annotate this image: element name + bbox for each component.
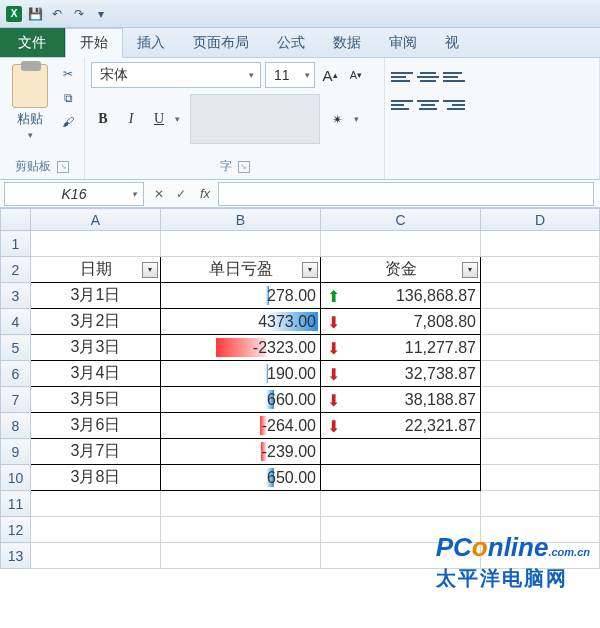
row-header[interactable]: 13 — [1, 543, 31, 569]
cell[interactable] — [321, 543, 481, 569]
align-bottom-button[interactable] — [443, 68, 465, 86]
cell-cap[interactable]: ⬇7,808.80 — [321, 309, 481, 335]
table-header-cap[interactable]: 资金▾ — [321, 257, 481, 283]
align-middle-button[interactable] — [417, 68, 439, 86]
cell-pl[interactable]: 660.00 — [161, 387, 321, 413]
cell[interactable] — [481, 283, 600, 309]
cell-date[interactable]: 3月7日 — [31, 439, 161, 465]
grow-font-button[interactable]: A▴ — [319, 64, 341, 86]
cell-cap[interactable]: ⬇32,738.87 — [321, 361, 481, 387]
cell-cap[interactable] — [321, 465, 481, 491]
cell-date[interactable]: 3月1日 — [31, 283, 161, 309]
col-header-A[interactable]: A — [31, 209, 161, 231]
align-center-button[interactable] — [417, 96, 439, 114]
tab-page-layout[interactable]: 页面布局 — [179, 28, 263, 57]
clear-format-button[interactable]: ✴ — [324, 108, 350, 130]
row-header[interactable]: 5 — [1, 335, 31, 361]
align-right-button[interactable] — [443, 96, 465, 114]
cell-cap[interactable]: ⬇22,321.87 — [321, 413, 481, 439]
cell[interactable] — [481, 387, 600, 413]
save-icon[interactable]: 💾 — [26, 5, 44, 23]
name-box[interactable]: K16▾ — [4, 182, 144, 206]
cell[interactable] — [161, 543, 321, 569]
qat-customize-icon[interactable]: ▾ — [92, 5, 110, 23]
cell-cap[interactable] — [321, 439, 481, 465]
format-painter-icon[interactable]: 🖌 — [58, 112, 78, 132]
cell[interactable] — [481, 361, 600, 387]
tab-data[interactable]: 数据 — [319, 28, 375, 57]
table-header-date[interactable]: 日期▾ — [31, 257, 161, 283]
cell[interactable] — [321, 517, 481, 543]
row-header[interactable]: 4 — [1, 309, 31, 335]
cell-pl[interactable]: 190.00 — [161, 361, 321, 387]
tab-insert[interactable]: 插入 — [123, 28, 179, 57]
cell[interactable] — [481, 257, 600, 283]
cell[interactable] — [31, 543, 161, 569]
cell[interactable] — [321, 491, 481, 517]
chevron-down-icon[interactable]: ▾ — [354, 114, 359, 124]
spreadsheet-grid[interactable]: A B C D 1 2 日期▾ 单日亏盈▾ 资金▾ 3 3月1日 278.00 … — [0, 208, 600, 569]
cell[interactable] — [481, 309, 600, 335]
cell-date[interactable]: 3月8日 — [31, 465, 161, 491]
row-header[interactable]: 2 — [1, 257, 31, 283]
cell-cap[interactable]: ⬆136,868.87 — [321, 283, 481, 309]
tab-file[interactable]: 文件 — [0, 28, 65, 57]
fx-label[interactable]: fx — [192, 186, 218, 201]
cell[interactable] — [321, 231, 481, 257]
align-top-button[interactable] — [391, 68, 413, 86]
filter-button[interactable]: ▾ — [142, 262, 158, 278]
table-header-pl[interactable]: 单日亏盈▾ — [161, 257, 321, 283]
filter-button[interactable]: ▾ — [462, 262, 478, 278]
col-header-C[interactable]: C — [321, 209, 481, 231]
cell-pl[interactable]: 650.00 — [161, 465, 321, 491]
cell-pl[interactable]: 4373.00 — [161, 309, 321, 335]
underline-dropdown-icon[interactable]: ▾ — [175, 114, 180, 124]
row-header[interactable]: 7 — [1, 387, 31, 413]
font-name-combobox[interactable]: 宋体▾ — [91, 62, 261, 88]
cell[interactable] — [31, 491, 161, 517]
cell[interactable] — [481, 517, 600, 543]
bold-button[interactable]: B — [91, 107, 115, 131]
row-header[interactable]: 6 — [1, 361, 31, 387]
formula-input[interactable] — [218, 182, 594, 206]
cell[interactable] — [481, 491, 600, 517]
enter-formula-icon[interactable]: ✓ — [170, 183, 192, 205]
cell[interactable] — [31, 231, 161, 257]
row-header[interactable]: 12 — [1, 517, 31, 543]
cell-cap[interactable]: ⬇11,277.87 — [321, 335, 481, 361]
align-left-button[interactable] — [391, 96, 413, 114]
cell[interactable] — [31, 517, 161, 543]
cell-date[interactable]: 3月3日 — [31, 335, 161, 361]
filter-button[interactable]: ▾ — [302, 262, 318, 278]
cell[interactable] — [481, 413, 600, 439]
cell[interactable] — [481, 231, 600, 257]
cell-pl[interactable]: -264.00 — [161, 413, 321, 439]
cancel-formula-icon[interactable]: ✕ — [148, 183, 170, 205]
cell-pl[interactable]: -2323.00 — [161, 335, 321, 361]
shrink-font-button[interactable]: A▾ — [345, 64, 367, 86]
cell[interactable] — [481, 439, 600, 465]
tab-review[interactable]: 审阅 — [375, 28, 431, 57]
row-header[interactable]: 9 — [1, 439, 31, 465]
cell[interactable] — [481, 335, 600, 361]
undo-icon[interactable]: ↶ — [48, 5, 66, 23]
row-header[interactable]: 10 — [1, 465, 31, 491]
redo-icon[interactable]: ↷ — [70, 5, 88, 23]
paste-dropdown-icon[interactable]: ▾ — [28, 130, 33, 140]
clipboard-dialog-launcher-icon[interactable]: ↘ — [57, 161, 69, 173]
cell[interactable] — [161, 231, 321, 257]
cell[interactable] — [481, 543, 600, 569]
tab-view[interactable]: 视 — [431, 28, 473, 57]
row-header[interactable]: 1 — [1, 231, 31, 257]
cell-date[interactable]: 3月6日 — [31, 413, 161, 439]
cell[interactable] — [161, 517, 321, 543]
underline-button[interactable]: U — [147, 107, 171, 131]
row-header[interactable]: 11 — [1, 491, 31, 517]
copy-icon[interactable]: ⧉ — [58, 88, 78, 108]
cell-cap[interactable]: ⬇38,188.87 — [321, 387, 481, 413]
cell-pl[interactable]: -239.00 — [161, 439, 321, 465]
tab-home[interactable]: 开始 — [65, 28, 123, 58]
font-size-combobox[interactable]: 11▾ — [265, 62, 315, 88]
cell-date[interactable]: 3月4日 — [31, 361, 161, 387]
select-all-corner[interactable] — [1, 209, 31, 231]
